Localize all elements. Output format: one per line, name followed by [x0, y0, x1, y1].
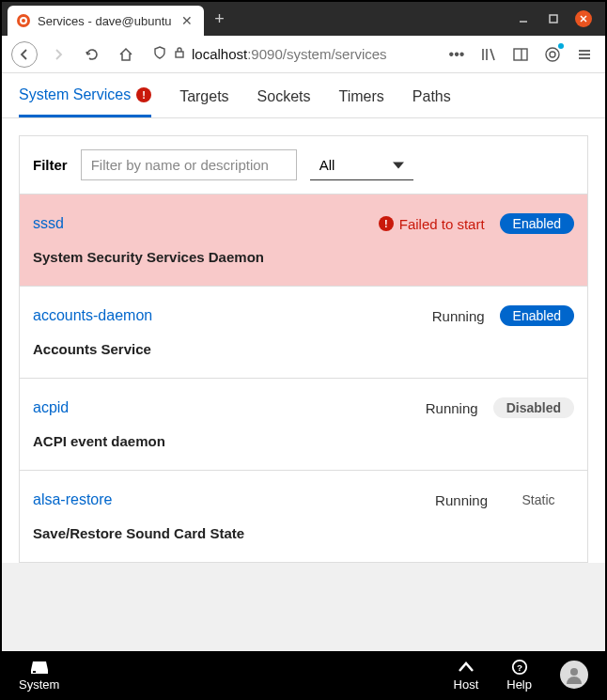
- ubuntu-icon: [17, 14, 30, 27]
- tab-label: System Services: [19, 86, 131, 103]
- page-tabs: System Services ! Targets Sockets Timers…: [2, 73, 605, 118]
- tab-sockets[interactable]: Sockets: [257, 86, 311, 117]
- svg-point-12: [546, 48, 559, 61]
- reload-button[interactable]: [79, 41, 105, 68]
- svg-rect-10: [514, 49, 527, 60]
- bottom-dock: System Host ? Help: [2, 651, 605, 698]
- more-icon[interactable]: •••: [444, 41, 470, 68]
- filter-row: Filter All: [20, 136, 587, 194]
- window-close-icon[interactable]: [575, 10, 592, 27]
- maximize-icon[interactable]: [545, 10, 562, 27]
- menu-icon[interactable]: [573, 43, 596, 66]
- alert-icon: !: [136, 87, 151, 102]
- service-item[interactable]: alsa-restore RunningStaticSave/Restore S…: [20, 470, 587, 562]
- service-item[interactable]: accounts-daemon RunningEnabledAccounts S…: [20, 286, 587, 378]
- user-avatar[interactable]: [560, 661, 588, 689]
- service-name[interactable]: acpid: [33, 399, 69, 416]
- service-badge: Static: [503, 490, 574, 510]
- service-description: Save/Restore Sound Card State: [33, 525, 574, 541]
- home-button[interactable]: [113, 41, 139, 68]
- filter-select[interactable]: All: [310, 150, 413, 180]
- service-badge: Enabled: [500, 213, 574, 234]
- browser-tab[interactable]: Services - dave@ubuntu ✕: [8, 6, 204, 36]
- chevron-up-icon: [457, 659, 475, 676]
- browser-nav-bar: localhost:9090/system/services •••: [2, 36, 605, 73]
- minimize-icon[interactable]: [515, 10, 532, 27]
- services-panel: Filter All sssd! Failed to startEnabledS…: [19, 135, 588, 563]
- filter-label: Filter: [33, 157, 68, 173]
- tab-paths[interactable]: Paths: [412, 86, 451, 117]
- tab-system-services[interactable]: System Services !: [19, 86, 151, 117]
- alert-icon: !: [379, 216, 394, 231]
- service-description: Accounts Service: [33, 341, 574, 357]
- new-tab-button[interactable]: +: [208, 7, 232, 31]
- service-badge: Disabled: [493, 397, 574, 418]
- service-name[interactable]: sssd: [33, 215, 64, 232]
- tab-timers[interactable]: Timers: [339, 86, 384, 117]
- service-item[interactable]: acpid RunningDisabledACPI event daemon: [20, 378, 587, 470]
- service-status: Running: [432, 308, 485, 324]
- dock-label: Host: [454, 677, 479, 692]
- dock-label: Help: [506, 677, 532, 692]
- filter-input[interactable]: [81, 149, 297, 180]
- forward-button[interactable]: [45, 41, 71, 68]
- account-icon[interactable]: [541, 43, 564, 66]
- help-icon: ?: [510, 659, 529, 676]
- svg-point-21: [570, 668, 578, 676]
- service-name[interactable]: accounts-daemon: [33, 307, 152, 324]
- browser-tab-bar: Services - dave@ubuntu ✕ +: [2, 2, 605, 36]
- svg-rect-6: [176, 52, 183, 57]
- svg-line-9: [490, 49, 494, 60]
- service-description: System Security Services Daemon: [33, 249, 574, 265]
- person-icon: [565, 665, 584, 684]
- url-bar[interactable]: localhost:9090/system/services: [147, 45, 436, 64]
- service-status: Running: [426, 400, 478, 416]
- svg-point-13: [550, 52, 555, 57]
- dock-help[interactable]: ? Help: [506, 659, 532, 692]
- service-item[interactable]: sssd! Failed to startEnabledSystem Secur…: [20, 194, 587, 286]
- service-status: Running: [435, 492, 488, 508]
- tab-targets[interactable]: Targets: [179, 86, 228, 117]
- close-icon[interactable]: ✕: [179, 13, 195, 28]
- dock-label: System: [19, 677, 59, 692]
- dock-host[interactable]: Host: [454, 659, 479, 692]
- shield-icon: [152, 45, 167, 64]
- library-icon[interactable]: [477, 43, 500, 66]
- page-content: System Services ! Targets Sockets Timers…: [2, 73, 605, 651]
- service-description: ACPI event daemon: [33, 433, 574, 449]
- drive-icon: [30, 659, 49, 676]
- lock-icon: [173, 46, 186, 63]
- service-name[interactable]: alsa-restore: [33, 491, 112, 508]
- svg-rect-3: [550, 15, 557, 23]
- window-controls: [515, 10, 599, 27]
- sidebar-icon[interactable]: [509, 43, 532, 66]
- service-badge: Enabled: [500, 305, 574, 326]
- service-status: ! Failed to start: [379, 216, 485, 232]
- svg-text:?: ?: [517, 661, 522, 672]
- url-text: localhost:9090/system/services: [192, 46, 387, 62]
- tab-title: Services - dave@ubuntu: [38, 14, 172, 28]
- svg-point-1: [22, 19, 25, 23]
- svg-rect-18: [33, 671, 36, 673]
- dock-system[interactable]: System: [19, 659, 59, 692]
- back-button[interactable]: [11, 41, 38, 68]
